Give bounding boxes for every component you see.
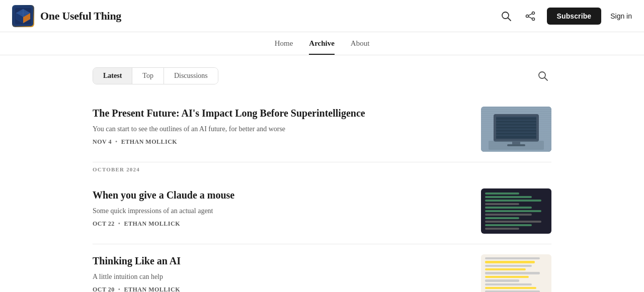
section-label: OCTOBER 2024 <box>93 166 551 172</box>
article-subtitle: A little intuition can help <box>93 271 471 282</box>
svg-rect-17 <box>481 107 551 152</box>
svg-point-11 <box>532 18 534 20</box>
section-november: The Present Future: AI's Impact Long Bef… <box>93 96 551 162</box>
header-right: Subscribe Sign in <box>499 8 632 25</box>
thumbnail-line <box>485 228 519 230</box>
tab-discussions[interactable]: Discussions <box>164 68 218 84</box>
nav-home[interactable]: Home <box>275 39 293 55</box>
svg-rect-26 <box>496 135 536 136</box>
svg-rect-23 <box>496 126 536 127</box>
thumbnail-line <box>485 265 532 267</box>
site-header: One Useful Thing Subscribe Sign in <box>0 0 644 32</box>
article-subtitle: Some quick impressions of an actual agen… <box>93 206 471 216</box>
thumbnail-line <box>485 210 541 212</box>
article-date: OCT 22 <box>93 220 115 227</box>
article-subtitle: You can start to see the outlines of an … <box>93 124 471 134</box>
thumbnail-line <box>485 203 519 205</box>
header-left: One Useful Thing <box>12 5 121 27</box>
article-thumbnail <box>481 107 551 152</box>
svg-rect-24 <box>496 129 536 130</box>
thumbnail-line <box>485 276 529 278</box>
article-date: OCT 20 <box>93 286 115 292</box>
share-button[interactable] <box>523 9 538 24</box>
article-author: ETHAN MOLLICK <box>124 220 181 227</box>
thumbnail-line <box>485 214 532 216</box>
nav-archive[interactable]: Archive <box>309 39 335 55</box>
thumbnail-line <box>485 200 541 202</box>
search-button[interactable] <box>499 9 514 24</box>
thumbnail-line <box>485 196 532 198</box>
signin-button[interactable]: Sign in <box>610 12 632 20</box>
svg-point-12 <box>526 15 528 17</box>
svg-line-9 <box>508 18 511 21</box>
article-title: The Present Future: AI's Impact Long Bef… <box>93 107 471 120</box>
section-october: OCTOBER 2024 When you give a Claude a mo… <box>93 166 551 292</box>
article-content: When you give a Claude a mouse Some quic… <box>93 188 471 228</box>
search-icon <box>501 11 512 22</box>
article-meta: OCT 22 • ETHAN MOLLICK <box>93 220 471 228</box>
svg-line-14 <box>528 17 532 19</box>
article-title: When you give a Claude a mouse <box>93 188 471 202</box>
thumbnail-line <box>485 283 532 285</box>
article-meta: NOV 4 • ETHAN MOLLICK <box>93 138 471 146</box>
svg-rect-18 <box>494 114 539 142</box>
article-card[interactable]: Thinking Like an AI A little intuition c… <box>93 244 551 292</box>
site-logo <box>12 5 34 27</box>
article-content: The Present Future: AI's Impact Long Bef… <box>93 107 471 146</box>
article-thumbnail <box>481 254 551 292</box>
article-card[interactable]: The Present Future: AI's Impact Long Bef… <box>93 96 551 162</box>
tab-top[interactable]: Top <box>132 68 164 84</box>
svg-rect-20 <box>496 117 536 118</box>
article-date: NOV 4 <box>93 138 112 145</box>
thumbnail-line <box>485 217 519 219</box>
svg-rect-29 <box>489 141 544 150</box>
thumbnail-line <box>485 272 540 274</box>
article-title: Thinking Like an AI <box>93 254 471 267</box>
thumbnail-line <box>485 257 540 259</box>
main-content: Latest Top Discussions The Present Futur… <box>80 55 564 292</box>
svg-rect-28 <box>507 144 525 146</box>
svg-rect-21 <box>496 120 536 121</box>
article-author: ETHAN MOLLICK <box>124 286 181 292</box>
svg-line-13 <box>528 14 532 16</box>
archive-search-button[interactable] <box>534 67 551 84</box>
nav-about[interactable]: About <box>351 39 370 55</box>
thumbnail-line <box>485 221 541 223</box>
svg-rect-25 <box>496 132 536 133</box>
thumbnail-line <box>485 207 532 209</box>
svg-rect-19 <box>496 117 536 139</box>
thumbnail-line <box>485 224 532 226</box>
svg-rect-27 <box>512 142 520 145</box>
archive-search-icon <box>537 70 548 81</box>
thumbnail-line <box>485 268 526 270</box>
article-content: Thinking Like an AI A little intuition c… <box>93 254 471 292</box>
article-card[interactable]: When you give a Claude a mouse Some quic… <box>93 178 551 244</box>
share-icon <box>525 11 536 22</box>
svg-rect-22 <box>496 123 536 124</box>
filter-tabs: Latest Top Discussions <box>93 67 218 84</box>
article-author: ETHAN MOLLICK <box>121 138 178 145</box>
filter-row: Latest Top Discussions <box>93 67 551 84</box>
thumbnail-line <box>485 261 535 263</box>
main-nav: Home Archive About <box>0 32 644 55</box>
tab-latest[interactable]: Latest <box>93 68 132 84</box>
subscribe-button[interactable]: Subscribe <box>547 8 602 25</box>
svg-point-10 <box>532 12 534 14</box>
thumbnail-line <box>485 287 536 289</box>
thumbnail-line <box>485 192 519 194</box>
article-thumbnail <box>481 188 551 234</box>
article-meta: OCT 20 • ETHAN MOLLICK <box>93 286 471 292</box>
thumbnail-line <box>485 279 519 281</box>
svg-line-16 <box>545 78 548 81</box>
site-title: One Useful Thing <box>40 10 121 23</box>
